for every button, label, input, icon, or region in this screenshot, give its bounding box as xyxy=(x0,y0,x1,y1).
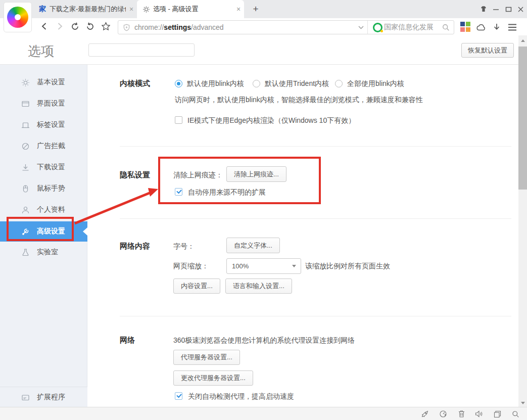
page-layout-icon[interactable] xyxy=(493,409,502,418)
language-input-button[interactable]: 语言和输入设置... xyxy=(225,278,292,294)
tab-close-icon[interactable]: × xyxy=(126,5,137,13)
block-icon xyxy=(21,142,30,151)
edge-render-checkbox[interactable] xyxy=(175,116,182,124)
minimize-button[interactable] xyxy=(489,0,502,18)
person-icon xyxy=(21,206,30,214)
checkbox-label[interactable]: IE模式下使用Edge内核渲染（仅Windows 10下有效） xyxy=(187,116,355,125)
downloads-icon[interactable] xyxy=(491,21,503,33)
app-market-icon[interactable] xyxy=(460,22,470,32)
tab-close-icon[interactable]: × xyxy=(233,5,244,13)
restore-session-icon[interactable] xyxy=(84,20,96,32)
tab-title: 选项 - 高级设置 xyxy=(153,5,233,14)
sound-speaker-icon[interactable] xyxy=(474,409,484,418)
zoom-note: 该缩放比例对所有页面生效 xyxy=(305,262,390,271)
favorite-star-icon[interactable] xyxy=(100,20,112,32)
section-divider xyxy=(120,316,511,316)
url-path: /advanced xyxy=(191,23,224,31)
sidebar-item-label: 高级设置 xyxy=(37,227,65,236)
reload-icon[interactable] xyxy=(69,20,81,32)
sidebar-item-basic[interactable]: 基本设置 xyxy=(0,72,87,93)
sidebar-item-download[interactable]: 下载设置 xyxy=(0,157,87,178)
sidebar-item-advanced[interactable]: 高级设置 xyxy=(0,221,87,242)
extensions-card-icon xyxy=(21,393,30,402)
radio-blink-all[interactable] xyxy=(335,80,343,87)
flask-icon xyxy=(21,248,30,257)
status-bar xyxy=(0,407,527,420)
gear-icon xyxy=(142,5,150,13)
settings-search-input[interactable] xyxy=(88,43,195,57)
radio-blink-default[interactable] xyxy=(175,80,182,87)
sidebar-item-labs[interactable]: 实验室 xyxy=(0,242,87,263)
skin-theme-icon[interactable] xyxy=(477,0,490,18)
restore-defaults-button[interactable]: 恢复默认设置 xyxy=(461,43,514,58)
address-bar[interactable]: chrome://settings/advanced 国家信息化发展 xyxy=(118,20,454,34)
sun-settings-icon xyxy=(21,78,30,87)
sidebar-item-label: 个人资料 xyxy=(37,205,65,214)
clear-traces-label: 清除上网痕迹： xyxy=(173,171,223,180)
boost-rocket-icon[interactable] xyxy=(420,409,429,418)
maximize-button[interactable] xyxy=(502,0,515,18)
font-size-label: 字号： xyxy=(173,242,195,251)
custom-font-button[interactable]: 自定义字体... xyxy=(226,238,280,253)
sidebar-item-label: 扩展程序 xyxy=(37,393,65,402)
proxy-settings-button[interactable]: 代理服务器设置... xyxy=(173,350,240,365)
tab-favicon: 家 xyxy=(38,5,46,13)
checkbox-label[interactable]: 关闭自动检测代理，提高启动速度 xyxy=(188,392,294,401)
sidebar-item-profile[interactable]: 个人资料 xyxy=(0,199,87,220)
zoom-select[interactable]: 100% xyxy=(226,258,301,274)
url-text[interactable]: chrome://settings/advanced xyxy=(134,23,354,31)
url-host: settings xyxy=(164,23,191,31)
radio-label[interactable]: 默认使用blink内核 xyxy=(187,79,244,88)
browser-logo-icon xyxy=(7,7,28,28)
section-title-network: 网络 xyxy=(120,336,135,345)
page-zoom-label: 网页缩放： xyxy=(173,262,209,271)
zoom-select-value: 100% xyxy=(232,262,249,270)
section-title-web-content: 网络内容 xyxy=(120,242,150,251)
sidebar-item-tabs[interactable]: 标签设置 xyxy=(0,114,87,135)
settings-page-header xyxy=(0,35,527,65)
zoom-search-icon[interactable] xyxy=(511,409,520,418)
auto-disable-ext-checkbox[interactable] xyxy=(175,188,182,196)
scrollbar-down-arrow[interactable] xyxy=(521,402,525,404)
sidebar-item-label: 标签设置 xyxy=(37,120,65,129)
sidebar-item-mouse-gesture[interactable]: 鼠标手势 xyxy=(0,178,87,199)
cloud-sync-icon[interactable] xyxy=(475,21,487,33)
tab-title: 下载之家-最新最热门的绿色 xyxy=(50,5,126,14)
kernel-description: 访问网页时，默认使用blink内核，智能选择最佳的浏览模式，兼顾速度和兼容性 xyxy=(175,96,423,105)
sidebar-item-label: 下载设置 xyxy=(37,163,65,172)
close-window-button[interactable] xyxy=(514,0,527,18)
browser-logo-button[interactable] xyxy=(4,2,32,32)
url-dropdown-chevron-icon[interactable] xyxy=(354,21,368,34)
clear-traces-trash-icon[interactable] xyxy=(457,409,466,418)
network-description: 360极速浏览器会使用您计算机的系统代理设置连接到网络 xyxy=(173,336,355,345)
radio-label[interactable]: 全部使用blink内核 xyxy=(347,79,404,88)
speed-mode-icon[interactable] xyxy=(439,409,448,418)
checkbox-label[interactable]: 自动停用来源不明的扩展 xyxy=(188,188,266,197)
change-proxy-settings-button[interactable]: 更改代理服务器设置... xyxy=(173,370,253,386)
back-icon[interactable] xyxy=(38,20,51,32)
radio-trident-default[interactable] xyxy=(253,80,260,87)
radio-label[interactable]: 默认使用Trident内核 xyxy=(265,79,329,88)
sidebar-item-adblock[interactable]: 广告拦截 xyxy=(0,135,87,157)
content-settings-button[interactable]: 内容设置... xyxy=(173,278,220,294)
scrollbar-thumb[interactable] xyxy=(518,46,527,190)
main-menu-icon[interactable] xyxy=(506,21,518,33)
search-query-text[interactable]: 国家信息化发展 xyxy=(384,23,442,32)
search-box[interactable]: 国家信息化发展 xyxy=(368,21,454,34)
scrollbar-up-arrow[interactable] xyxy=(521,39,525,42)
disable-proxy-detect-checkbox[interactable] xyxy=(175,392,182,400)
window-icon xyxy=(21,100,30,108)
clear-traces-button[interactable]: 清除上网痕迹... xyxy=(226,166,286,182)
mouse-icon xyxy=(21,184,30,193)
tab-download-home[interactable]: 家 下载之家-最新最热门的绿色 × xyxy=(33,0,137,18)
download-icon xyxy=(21,163,30,172)
search-icon[interactable] xyxy=(442,24,450,31)
forward-icon[interactable] xyxy=(54,20,66,32)
page-info-shield-icon[interactable] xyxy=(123,24,130,31)
new-tab-button[interactable]: + xyxy=(249,2,263,16)
section-title-privacy: 隐私设置 xyxy=(120,170,150,180)
sidebar-item-extensions[interactable]: 扩展程序 xyxy=(0,387,87,408)
sidebar-item-interface[interactable]: 界面设置 xyxy=(0,93,87,114)
tab-settings[interactable]: 选项 - 高级设置 × xyxy=(137,0,244,18)
sidebar-item-label: 基本设置 xyxy=(37,78,65,87)
